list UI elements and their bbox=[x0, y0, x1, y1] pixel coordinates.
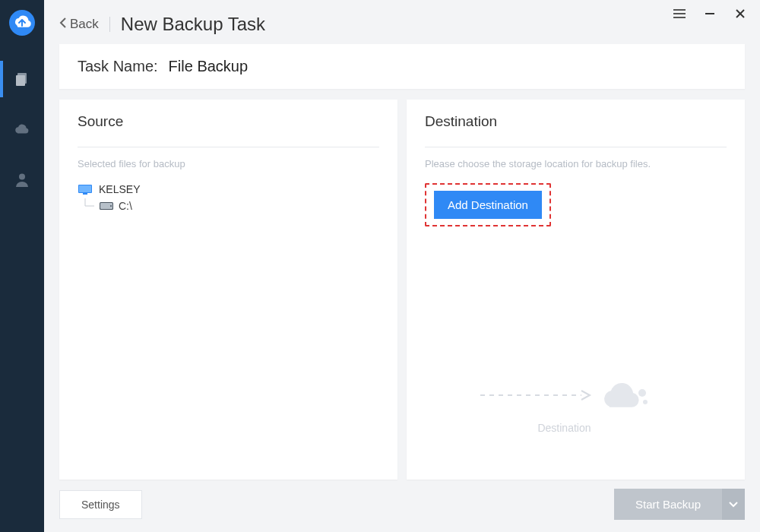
sidebar-item-backup[interactable] bbox=[0, 61, 44, 97]
main-area: Back New Backup Task Task Name: Source S… bbox=[44, 0, 760, 532]
footer: Settings Start Backup bbox=[44, 480, 760, 532]
tree-child-row: C:\ bbox=[78, 198, 379, 214]
cloud-icon bbox=[13, 122, 31, 136]
task-name-input[interactable] bbox=[169, 58, 366, 75]
menu-button[interactable] bbox=[664, 3, 695, 24]
svg-point-15 bbox=[110, 205, 112, 207]
tree-child-label: C:\ bbox=[119, 200, 132, 212]
destination-divider bbox=[425, 147, 727, 147]
start-backup-dropdown[interactable] bbox=[722, 489, 745, 520]
app-logo bbox=[7, 8, 37, 38]
task-name-card: Task Name: bbox=[59, 44, 745, 89]
arrow-right-icon bbox=[479, 389, 593, 401]
add-destination-button[interactable]: Add Destination bbox=[434, 191, 542, 219]
chevron-left-icon bbox=[59, 17, 67, 32]
start-backup-group: Start Backup bbox=[614, 489, 745, 520]
minimize-icon bbox=[705, 8, 715, 19]
tree-connector-icon bbox=[78, 198, 99, 214]
destination-placeholder: Destination bbox=[384, 379, 745, 434]
svg-point-18 bbox=[643, 400, 648, 404]
hamburger-icon bbox=[673, 8, 686, 19]
tree-root-label: KELSEY bbox=[99, 183, 140, 195]
tree-child[interactable]: C:\ bbox=[99, 200, 132, 212]
sidebar-item-cloud[interactable] bbox=[0, 111, 44, 147]
page-header: Back New Backup Task bbox=[44, 0, 760, 44]
start-backup-button[interactable]: Start Backup bbox=[614, 489, 722, 520]
close-icon bbox=[735, 8, 746, 19]
destination-placeholder-label: Destination bbox=[384, 422, 745, 434]
svg-point-17 bbox=[638, 389, 646, 397]
task-name-label: Task Name: bbox=[78, 58, 158, 75]
svg-rect-12 bbox=[83, 193, 87, 195]
user-icon bbox=[14, 171, 30, 188]
close-button[interactable] bbox=[725, 3, 755, 24]
cloud-placeholder-icon bbox=[599, 379, 651, 411]
destination-panel: Destination Please choose the storage lo… bbox=[407, 100, 745, 480]
source-hint: Selected files for backup bbox=[78, 158, 379, 169]
svg-rect-2 bbox=[16, 75, 25, 86]
source-heading: Source bbox=[78, 113, 379, 130]
chevron-down-icon bbox=[729, 502, 738, 508]
monitor-icon bbox=[78, 184, 93, 195]
minimize-button[interactable] bbox=[695, 3, 725, 24]
svg-point-3 bbox=[19, 174, 25, 180]
source-divider bbox=[78, 147, 379, 147]
destination-heading: Destination bbox=[425, 113, 727, 130]
destination-hint: Please choose the storage location for b… bbox=[425, 158, 727, 169]
window-controls bbox=[664, 3, 755, 24]
drive-icon bbox=[99, 201, 114, 211]
svg-rect-11 bbox=[79, 185, 91, 192]
back-button[interactable]: Back bbox=[59, 17, 110, 32]
tree-root[interactable]: KELSEY bbox=[78, 183, 379, 195]
panels: Source Selected files for backup KELSEY bbox=[44, 89, 760, 480]
sidebar bbox=[0, 0, 44, 532]
files-icon bbox=[14, 71, 30, 87]
back-label: Back bbox=[70, 17, 99, 32]
add-destination-highlight: Add Destination bbox=[425, 183, 551, 226]
source-panel: Source Selected files for backup KELSEY bbox=[59, 100, 397, 480]
settings-button[interactable]: Settings bbox=[59, 490, 142, 519]
sidebar-item-account[interactable] bbox=[0, 161, 44, 198]
page-title: New Backup Task bbox=[121, 14, 265, 35]
